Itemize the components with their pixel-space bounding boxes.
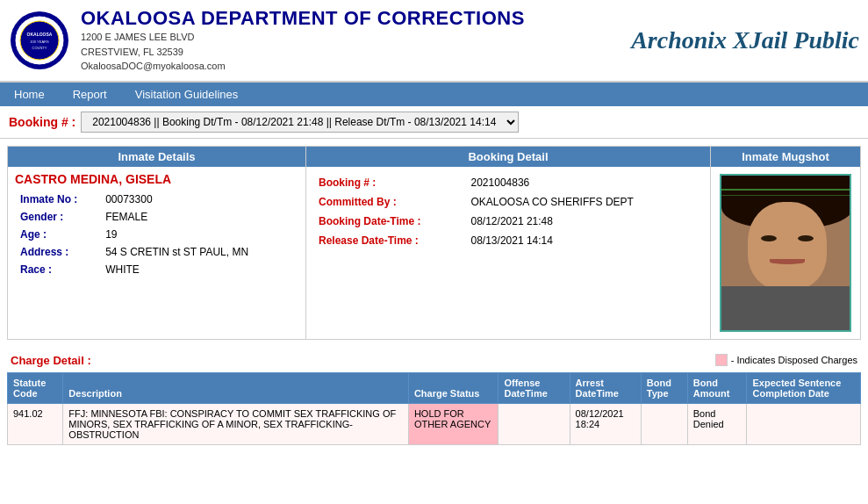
charges-table: Statute Code Description Charge Status O… bbox=[7, 372, 861, 445]
field-label: Release Date-Time : bbox=[315, 232, 466, 249]
department-info: OKALOOSA DEPARTMENT OF CORRECTIONS 1200 … bbox=[81, 7, 631, 74]
svg-text:100 YEARS: 100 YEARS bbox=[30, 40, 49, 44]
inmate-details-section: Inmate Details CASTRO MEDINA, GISELA Inm… bbox=[8, 147, 306, 339]
col-offense-datetime: Offense DateTime bbox=[499, 372, 570, 403]
cell-bond-type bbox=[641, 403, 687, 444]
booking-fields-table: Booking # : 2021004836 Committed By : OK… bbox=[306, 167, 710, 256]
charge-title: Charge Detail : bbox=[11, 354, 91, 367]
cell-charge-status: HOLD FOR OTHER AGENCY bbox=[408, 403, 499, 444]
inmate-field-row: Race : WHITE bbox=[17, 262, 297, 277]
booking-label: Booking # : bbox=[9, 115, 75, 129]
field-value: WHITE bbox=[102, 262, 297, 277]
mugshot-section: Inmate Mugshot bbox=[711, 147, 860, 339]
svg-text:COUNTY: COUNTY bbox=[32, 46, 47, 50]
field-value: OKALOOSA CO SHERIFFS DEPT bbox=[468, 193, 701, 211]
booking-bar: Booking # : 2021004836 || Booking Dt/Tm … bbox=[0, 106, 868, 139]
field-value: 08/13/2021 14:14 bbox=[468, 232, 701, 249]
booking-detail-header: Booking Detail bbox=[306, 147, 710, 167]
charge-detail-header: Charge Detail : - Indicates Disposed Cha… bbox=[7, 349, 861, 372]
disposed-note: - Indicates Disposed Charges bbox=[715, 354, 857, 366]
main-content: Inmate Details CASTRO MEDINA, GISELA Inm… bbox=[0, 139, 868, 452]
mugshot-header: Inmate Mugshot bbox=[711, 147, 860, 167]
cell-description: FFJ: MINNESOTA FBI: CONSPIRACY TO COMMIT… bbox=[63, 403, 409, 444]
cell-statute-code: 941.02 bbox=[8, 403, 63, 444]
cell-expected-sentence bbox=[747, 403, 861, 444]
col-arrest-datetime: Arrest DateTime bbox=[570, 372, 641, 403]
inmate-name: CASTRO MEDINA, GISELA bbox=[8, 167, 305, 188]
nav-home[interactable]: Home bbox=[0, 83, 59, 106]
booking-select[interactable]: 2021004836 || Booking Dt/Tm - 08/12/2021… bbox=[81, 112, 519, 133]
field-label: Race : bbox=[17, 262, 100, 277]
mugshot-image bbox=[720, 174, 851, 332]
cell-arrest-datetime: 08/12/2021 18:24 bbox=[570, 403, 641, 444]
app-brand: Archonix XJail Public bbox=[631, 26, 859, 54]
field-label: Booking # : bbox=[315, 174, 466, 191]
info-table: Inmate Details CASTRO MEDINA, GISELA Inm… bbox=[7, 146, 861, 340]
col-charge-status: Charge Status bbox=[408, 372, 499, 403]
disposed-note-text: - Indicates Disposed Charges bbox=[731, 355, 857, 365]
svg-text:OKALOOSA: OKALOOSA bbox=[27, 32, 53, 37]
field-value: 08/12/2021 21:48 bbox=[468, 212, 701, 230]
booking-field-row: Booking Date-Time : 08/12/2021 21:48 bbox=[315, 212, 701, 230]
disposed-color-swatch bbox=[715, 354, 728, 366]
field-label: Inmate No : bbox=[17, 191, 100, 207]
field-label: Committed By : bbox=[315, 193, 466, 211]
department-address: 1200 E JAMES LEE BLVD CRESTVIEW, FL 3253… bbox=[81, 30, 631, 74]
nav-visitation[interactable]: Visitation Guidelines bbox=[121, 83, 253, 106]
cell-bond-amount: Bond Denied bbox=[687, 403, 747, 444]
col-expected-sentence: Expected Sentence Completion Date bbox=[747, 372, 861, 403]
table-row: 941.02 FFJ: MINNESOTA FBI: CONSPIRACY TO… bbox=[8, 403, 861, 444]
inmate-field-row: Gender : FEMALE bbox=[17, 209, 297, 225]
nav-report[interactable]: Report bbox=[59, 83, 121, 106]
booking-detail-section: Booking Detail Booking # : 2021004836 Co… bbox=[306, 147, 711, 339]
booking-field-row: Release Date-Time : 08/13/2021 14:14 bbox=[315, 232, 701, 249]
col-statute-code: Statute Code bbox=[8, 372, 63, 403]
field-value: FEMALE bbox=[102, 209, 297, 225]
col-bond-type: Bond Type bbox=[641, 372, 687, 403]
field-value: 54 S CRETIN st ST PAUL, MN bbox=[102, 244, 297, 260]
department-logo: OKALOOSA 100 YEARS COUNTY bbox=[9, 10, 70, 71]
field-label: Age : bbox=[17, 227, 100, 242]
charges-header-row: Statute Code Description Charge Status O… bbox=[8, 372, 861, 403]
inmate-field-row: Address : 54 S CRETIN st ST PAUL, MN bbox=[17, 244, 297, 260]
col-bond-amount: Bond Amount bbox=[687, 372, 747, 403]
booking-field-row: Booking # : 2021004836 bbox=[315, 174, 701, 191]
department-name: OKALOOSA DEPARTMENT OF CORRECTIONS bbox=[81, 7, 631, 30]
booking-field-row: Committed By : OKALOOSA CO SHERIFFS DEPT bbox=[315, 193, 701, 211]
field-value: 00073300 bbox=[102, 191, 297, 207]
field-label: Booking Date-Time : bbox=[315, 212, 466, 230]
cell-offense-datetime bbox=[499, 403, 570, 444]
field-label: Gender : bbox=[17, 209, 100, 225]
inmate-details-header: Inmate Details bbox=[8, 147, 305, 167]
field-value: 2021004836 bbox=[468, 174, 701, 191]
inmate-fields-table: Inmate No : 00073300 Gender : FEMALE Age… bbox=[8, 188, 305, 281]
col-description: Description bbox=[63, 372, 409, 403]
inmate-field-row: Inmate No : 00073300 bbox=[17, 191, 297, 207]
navigation-bar: Home Report Visitation Guidelines bbox=[0, 83, 868, 106]
field-value: 19 bbox=[102, 227, 297, 242]
page-header: OKALOOSA 100 YEARS COUNTY OKALOOSA DEPAR… bbox=[0, 0, 868, 83]
field-label: Address : bbox=[17, 244, 100, 260]
inmate-field-row: Age : 19 bbox=[17, 227, 297, 242]
